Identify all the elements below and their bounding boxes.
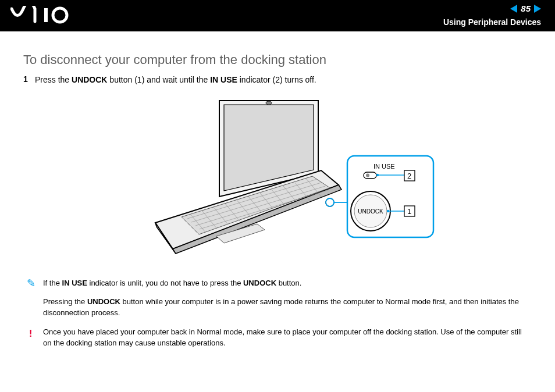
vaio-logo	[10, 6, 86, 24]
page-title: To disconnect your computer from the doc…	[23, 52, 532, 67]
section-title: Using Peripheral Devices	[443, 17, 541, 27]
note-1: ✎ If the IN USE indicator is unlit, you …	[43, 278, 532, 289]
page-header: 85 Using Peripheral Devices	[0, 0, 555, 31]
svg-rect-28	[364, 172, 376, 179]
svg-text:1: 1	[407, 207, 411, 216]
svg-text:UNDOCK: UNDOCK	[358, 208, 383, 215]
content-area: To disconnect your computer from the doc…	[0, 31, 555, 349]
laptop-docking-diagram: IN USE 2 UNDOCK 1	[120, 98, 435, 261]
page-number: 85	[521, 3, 531, 13]
svg-point-1	[53, 8, 67, 22]
svg-text:2: 2	[407, 172, 411, 180]
nav-prev-icon[interactable]	[510, 5, 517, 13]
svg-point-31	[376, 173, 379, 176]
warning-note: ! Once you have placed your computer bac…	[43, 327, 532, 349]
nav-next-icon[interactable]	[534, 5, 541, 13]
svg-rect-0	[44, 8, 48, 22]
svg-point-4	[266, 101, 272, 105]
step-1: 1 Press the UNDOCK button (1) and wait u…	[23, 74, 532, 86]
note-2: Pressing the UNDOCK button while your co…	[43, 297, 532, 319]
page-nav: 85	[510, 3, 541, 13]
in-use-label: IN USE	[373, 163, 395, 170]
svg-point-29	[366, 173, 369, 177]
step-number: 1	[23, 74, 35, 86]
notes-section: ✎ If the IN USE indicator is unlit, you …	[23, 278, 532, 349]
svg-point-38	[387, 209, 389, 212]
note-icon: ✎	[27, 276, 35, 291]
step-text: Press the UNDOCK button (1) and wait unt…	[35, 74, 316, 86]
warning-icon: !	[29, 327, 32, 340]
